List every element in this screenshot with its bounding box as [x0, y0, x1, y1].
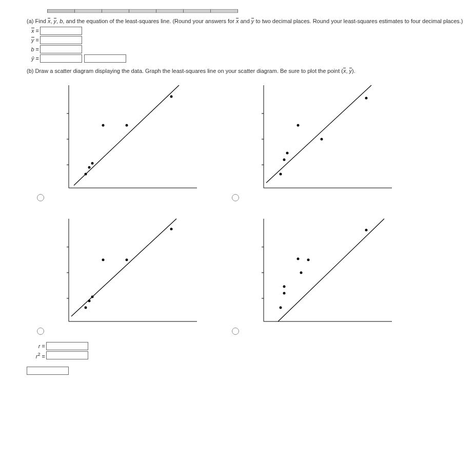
- svg-point-18: [321, 138, 323, 141]
- chart-option-1: [37, 80, 211, 203]
- svg-point-4: [85, 173, 87, 176]
- svg-line-26: [71, 219, 176, 316]
- chart-option-4: [232, 214, 406, 337]
- regression-line: [74, 85, 179, 185]
- table-row-y: [48, 11, 238, 13]
- yhat-slope-input[interactable]: [84, 54, 126, 63]
- svg-point-28: [85, 307, 87, 309]
- part-b-text: (b) Draw a scatter diagram displaying th…: [27, 67, 469, 75]
- scatter-options: [37, 80, 406, 337]
- b-row: b =: [27, 45, 469, 53]
- percentage-input[interactable]: [27, 367, 69, 375]
- svg-point-15: [365, 97, 368, 100]
- b-input[interactable]: [40, 45, 82, 53]
- scatter-chart-1: [48, 80, 202, 203]
- cell: [102, 11, 129, 13]
- svg-point-27: [170, 228, 173, 231]
- scatter-chart-2: [243, 80, 397, 203]
- svg-point-29: [102, 259, 105, 261]
- yhat-row: ŷ =: [27, 54, 469, 63]
- cell: [184, 11, 211, 13]
- svg-point-7: [91, 162, 94, 165]
- svg-point-3: [170, 96, 173, 98]
- svg-point-19: [286, 152, 289, 155]
- svg-point-5: [102, 124, 105, 127]
- svg-point-8: [88, 166, 91, 169]
- chart-option-2: [232, 80, 406, 203]
- part-a-text: (a) Find x, y, b, and the equation of th…: [27, 17, 469, 26]
- xbar-row: x =: [27, 27, 469, 35]
- cell: [156, 11, 184, 13]
- radio-option-1[interactable]: [37, 194, 44, 201]
- svg-point-45: [283, 292, 286, 295]
- ybar-input[interactable]: [40, 36, 82, 44]
- svg-point-17: [297, 124, 300, 127]
- cell: [129, 11, 156, 13]
- svg-line-14: [266, 85, 371, 183]
- svg-point-30: [126, 259, 128, 261]
- svg-point-42: [307, 259, 310, 261]
- r-row: r =: [33, 342, 469, 350]
- svg-point-16: [280, 173, 282, 176]
- svg-point-43: [300, 272, 303, 274]
- xbar-input[interactable]: [40, 27, 82, 35]
- svg-point-44: [283, 285, 286, 288]
- ybar-row: y =: [27, 36, 469, 44]
- cell: [211, 11, 238, 13]
- radio-option-3[interactable]: [37, 328, 44, 335]
- y-header: [48, 11, 75, 13]
- svg-point-41: [297, 258, 300, 260]
- svg-point-39: [365, 229, 368, 232]
- scatter-chart-4: [243, 214, 397, 337]
- svg-line-38: [278, 219, 384, 321]
- chart-option-3: [37, 214, 211, 337]
- r2-row: r2 =: [33, 351, 469, 359]
- r2-input[interactable]: [46, 351, 88, 359]
- svg-point-6: [126, 124, 128, 127]
- cell: [75, 11, 102, 13]
- scatter-chart-3: [48, 214, 202, 337]
- svg-point-31: [91, 296, 94, 298]
- r-input[interactable]: [46, 342, 88, 350]
- data-table: [47, 9, 238, 13]
- radio-option-4[interactable]: [232, 328, 239, 335]
- yhat-intercept-input[interactable]: [40, 54, 82, 63]
- svg-point-40: [280, 307, 282, 309]
- radio-option-2[interactable]: [232, 194, 239, 201]
- svg-point-20: [283, 159, 286, 161]
- percentage-row: [27, 367, 469, 375]
- svg-point-32: [88, 300, 91, 302]
